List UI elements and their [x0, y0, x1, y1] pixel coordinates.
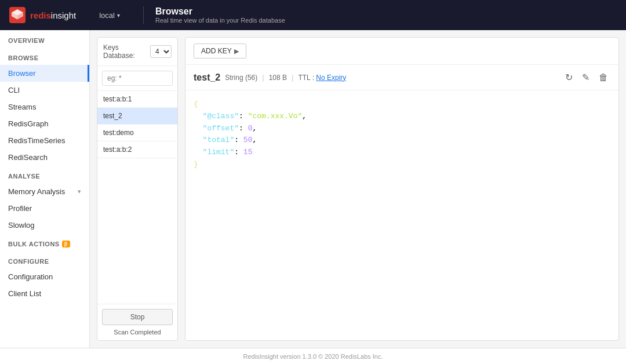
key-detail-header: test_2 String (56) | 108 B | TTL : No Ex… [185, 65, 618, 90]
logo-area: redisinsight [9, 7, 76, 23]
delete-button[interactable]: 🗑 [596, 71, 610, 84]
keys-panel-footer: Stop Scan Completed [97, 304, 177, 340]
json-key: "limit" [203, 148, 235, 156]
key-item[interactable]: test:a:b:2 [97, 141, 177, 158]
header-title-area: Browser Real time view of data in your R… [143, 6, 285, 24]
sidebar-item-profiler[interactable]: Profiler [0, 200, 89, 217]
add-key-button[interactable]: ADD KEY ▶ [194, 43, 246, 59]
add-key-bar: ADD KEY ▶ [185, 38, 618, 65]
main-layout: OVERVIEW BROWSE Browser CLI Streams Redi… [0, 30, 626, 348]
app-footer: RedisInsight version 1.3.0 © 2020 RedisL… [0, 348, 626, 364]
comma: , [252, 136, 257, 144]
keys-database-label: Keys Database: [103, 43, 147, 60]
colon: : [234, 136, 243, 144]
colon: : [234, 148, 243, 156]
redis-logo-icon [9, 7, 26, 23]
json-value: 15 [243, 148, 253, 156]
keys-panel-header: Keys Database: 4 0 1 2 3 [97, 38, 177, 66]
colon: : [239, 124, 248, 133]
json-close-brace: } [194, 160, 198, 169]
sidebar-item-memory-analysis[interactable]: Memory Analysis ▾ [0, 183, 89, 200]
key-type: String (56) [225, 74, 257, 82]
json-value: 50 [243, 136, 253, 144]
chevron-down-icon: ▾ [117, 12, 120, 19]
json-key: "@class" [203, 112, 239, 121]
keys-list: test:a:b:1 test_2 test:demo test:a:b:2 [97, 91, 177, 304]
memory-analysis-label: Memory Analysis [8, 187, 65, 196]
section-title-bulk-actions: BULK ACTIONS β [0, 234, 89, 251]
sidebar-item-redisearch[interactable]: RediSearch [0, 149, 89, 166]
json-value: "com.xxx.Vo" [248, 112, 303, 121]
comma: , [252, 124, 257, 133]
keys-panel: Keys Database: 4 0 1 2 3 test:a:b:1 test… [97, 37, 178, 341]
logo-text: redisinsight [30, 10, 76, 20]
key-ttl: TTL : No Expiry [298, 74, 346, 82]
ttl-label: TTL : [298, 74, 314, 82]
keys-search [97, 66, 177, 91]
sidebar-item-redistimeseries[interactable]: RedisTimeSeries [0, 132, 89, 149]
section-title-overview: OVERVIEW [0, 30, 89, 48]
key-item[interactable]: test:demo [97, 125, 177, 141]
search-input[interactable] [102, 71, 173, 86]
db-selector[interactable]: 4 0 1 2 3 [150, 45, 172, 58]
bulk-actions-label: BULK ACTIONS [8, 241, 60, 247]
colon: : [239, 112, 248, 121]
arrow-right-icon: ▶ [234, 48, 239, 55]
separator: | [292, 73, 293, 82]
page-subtitle: Real time view of data in your Redis dat… [155, 17, 285, 24]
detail-actions: ↻ ✎ 🗑 [563, 71, 610, 84]
content-area: Keys Database: 4 0 1 2 3 test:a:b:1 test… [90, 30, 626, 348]
section-title-analyse: ANALYSE [0, 166, 89, 183]
page-title: Browser [155, 6, 285, 17]
app-header: redisinsight local ▾ Browser Real time v… [0, 0, 626, 30]
stop-button[interactable]: Stop [102, 309, 173, 325]
sidebar-item-cli[interactable]: CLI [0, 82, 89, 99]
sidebar-item-browser[interactable]: Browser [0, 65, 89, 82]
ttl-value[interactable]: No Expiry [316, 74, 346, 82]
refresh-button[interactable]: ↻ [563, 71, 575, 84]
sidebar-item-configuration[interactable]: Configuration [0, 268, 89, 285]
json-key: "total" [203, 136, 235, 144]
footer-text: RedisInsight version 1.3.0 © 2020 RedisL… [243, 353, 383, 360]
comma: , [302, 112, 307, 121]
sidebar-item-streams[interactable]: Streams [0, 99, 89, 115]
sidebar-item-slowlog[interactable]: Slowlog [0, 217, 89, 234]
section-title-browse: BROWSE [0, 48, 89, 65]
section-title-configure: CONFIGURE [0, 251, 89, 268]
beta-badge: β [62, 241, 70, 247]
key-item[interactable]: test_2 [97, 108, 177, 125]
key-content-editor: { "@class": "com.xxx.Vo", "offset": 0, "… [185, 90, 618, 340]
sidebar: OVERVIEW BROWSE Browser CLI Streams Redi… [0, 30, 90, 348]
scan-completed-text: Scan Completed [114, 329, 161, 336]
browser-area: Keys Database: 4 0 1 2 3 test:a:b:1 test… [90, 30, 626, 348]
key-item[interactable]: test:a:b:1 [97, 91, 177, 108]
env-label: local [99, 11, 115, 20]
detail-panel: ADD KEY ▶ test_2 String (56) | 108 B | T… [185, 37, 619, 341]
add-key-label: ADD KEY [201, 47, 232, 55]
json-key: "offset" [203, 124, 239, 133]
env-selector[interactable]: local ▾ [99, 11, 120, 20]
key-size: 108 B [269, 74, 287, 82]
sidebar-item-redisgraph[interactable]: RedisGraph [0, 115, 89, 132]
json-open-brace: { [194, 100, 198, 108]
separator: | [262, 73, 264, 82]
sidebar-item-client-list[interactable]: Client List [0, 285, 89, 302]
edit-button[interactable]: ✎ [580, 71, 592, 84]
key-name: test_2 [194, 72, 220, 83]
expand-icon: ▾ [78, 188, 81, 195]
